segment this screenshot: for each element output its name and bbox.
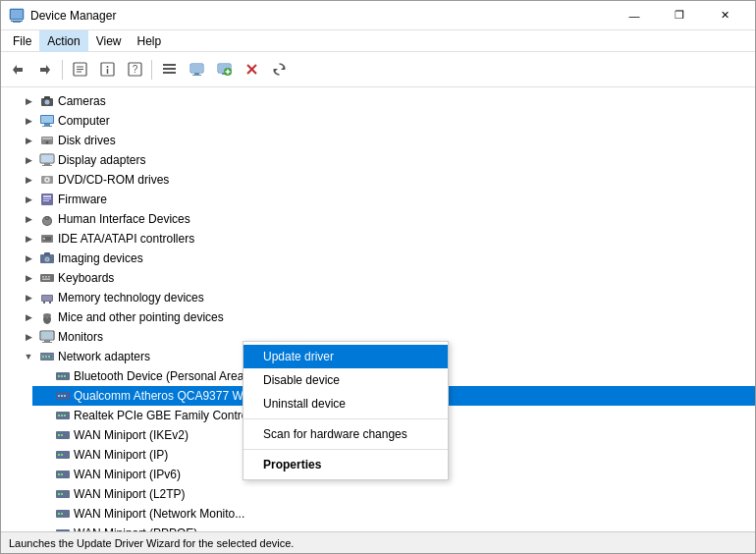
svg-rect-20 [194, 73, 199, 75]
svg-rect-44 [44, 163, 50, 165]
menu-view[interactable]: View [88, 30, 130, 52]
properties-toolbar-button[interactable] [67, 57, 92, 83]
svg-rect-21 [192, 75, 201, 76]
view-toolbar-button[interactable] [156, 57, 182, 83]
svg-rect-65 [42, 276, 44, 278]
tree-item-wan-network[interactable]: WAN Miniport (Network Monito... [32, 504, 755, 524]
icon-cameras [39, 93, 55, 109]
ctx-disable-device[interactable]: Disable device [243, 368, 448, 392]
label-qualcomm: Qualcomm Atheros QCA9377 Wi... [74, 389, 255, 403]
minimize-button[interactable]: — [612, 1, 657, 30]
tree-item-ide[interactable]: ▶ IDE ATA/ATAPI controllers [17, 229, 755, 249]
help-toolbar-button[interactable]: ? [122, 57, 147, 83]
label-computer: Computer [58, 114, 110, 128]
tree-item-dvd[interactable]: ▶ DVD/CD-ROM drives [17, 170, 755, 190]
tree-item-wan-l2tp[interactable]: WAN Miniport (L2TP) [32, 484, 755, 504]
ctx-uninstall-device[interactable]: Uninstall device [243, 392, 448, 416]
icon-wan-ip [55, 447, 71, 463]
back-button[interactable] [5, 57, 30, 83]
tree-item-mice[interactable]: ▶ Mice and other pointing devices [17, 307, 755, 327]
toggle-network[interactable]: ▼ [21, 349, 36, 364]
icon-computer [39, 113, 55, 129]
svg-point-99 [61, 434, 63, 436]
tree-item-hid[interactable]: ▶ Human Interface Devices [17, 209, 755, 229]
svg-rect-52 [43, 200, 49, 201]
svg-rect-34 [44, 96, 50, 99]
ctx-separator-2 [243, 449, 448, 450]
context-menu: Update driver Disable device Uninstall d… [243, 341, 449, 480]
svg-point-98 [58, 434, 60, 436]
computer-toolbar-button[interactable] [184, 57, 209, 83]
label-wan-ikev2: WAN Miniport (IKEv2) [74, 428, 189, 442]
menu-file[interactable]: File [5, 30, 39, 52]
refresh-toolbar-button[interactable] [266, 57, 292, 83]
tree-item-keyboards[interactable]: ▶ Keyboards [17, 268, 755, 288]
window-title: Device Manager [30, 9, 612, 23]
svg-rect-16 [163, 68, 176, 70]
toggle-firmware[interactable]: ▶ [21, 192, 36, 207]
svg-rect-66 [45, 276, 47, 278]
label-ide: IDE ATA/ATAPI controllers [58, 232, 194, 246]
ctx-update-driver[interactable]: Update driver [243, 345, 448, 368]
toggle-cameras[interactable]: ▶ [21, 93, 36, 109]
close-button[interactable]: ✕ [702, 1, 747, 30]
svg-point-33 [45, 100, 50, 105]
toggle-ide[interactable]: ▶ [21, 231, 36, 247]
toolbar-sep-1 [62, 60, 63, 80]
label-disk: Disk drives [58, 134, 116, 147]
svg-point-11 [106, 66, 108, 68]
toggle-dvd[interactable]: ▶ [21, 172, 36, 188]
toggle-hid[interactable]: ▶ [21, 211, 36, 227]
icon-memory [39, 290, 55, 305]
toggle-realtek [36, 408, 52, 423]
tree-item-display[interactable]: ▶ Display adapters [17, 150, 755, 170]
ctx-scan-hardware[interactable]: Scan for hardware changes [243, 422, 448, 446]
icon-monitors [39, 329, 55, 345]
toggle-imaging[interactable]: ▶ [21, 250, 36, 266]
window-icon [9, 8, 25, 24]
svg-rect-40 [42, 138, 52, 139]
svg-point-87 [61, 375, 63, 377]
details-toolbar-button[interactable] [94, 57, 120, 83]
svg-rect-79 [42, 342, 52, 343]
tree-item-imaging[interactable]: ▶ Imaging devices [17, 249, 755, 268]
tree-item-disk[interactable]: ▶ Disk drives [17, 131, 755, 150]
toggle-memory[interactable]: ▶ [21, 290, 36, 305]
tree-item-cameras[interactable]: ▶ Cameras [17, 91, 755, 111]
toggle-keyboards[interactable]: ▶ [21, 270, 36, 286]
svg-rect-68 [42, 279, 50, 281]
add-toolbar-button[interactable] [211, 57, 237, 83]
ctx-properties[interactable]: Properties [243, 453, 448, 476]
menu-action[interactable]: Action [39, 30, 87, 52]
label-memory: Memory technology devices [58, 291, 204, 305]
icon-ide [39, 231, 55, 247]
toggle-disk[interactable]: ▶ [21, 133, 36, 148]
label-network: Network adapters [58, 350, 150, 363]
icon-imaging [39, 250, 55, 266]
toggle-monitors[interactable]: ▶ [21, 329, 36, 345]
toggle-mice[interactable]: ▶ [21, 309, 36, 325]
svg-rect-43 [41, 155, 53, 162]
svg-point-105 [61, 473, 63, 475]
tree-item-wan-pppoe[interactable]: WAN Miniport (PPPOE) [32, 524, 755, 531]
toggle-computer[interactable]: ▶ [21, 113, 36, 129]
svg-point-90 [58, 395, 60, 397]
label-imaging: Imaging devices [58, 251, 143, 265]
svg-point-92 [64, 395, 66, 397]
svg-text:?: ? [132, 64, 137, 75]
svg-point-108 [61, 493, 63, 495]
svg-rect-77 [41, 332, 53, 339]
label-monitors: Monitors [58, 330, 103, 344]
remove-toolbar-button[interactable] [239, 57, 264, 83]
menu-help[interactable]: Help [130, 30, 170, 52]
tree-item-firmware[interactable]: ▶ Firmware [17, 190, 755, 209]
forward-button[interactable] [32, 57, 58, 83]
tree-item-computer[interactable]: ▶ Computer [17, 111, 755, 131]
label-dvd: DVD/CD-ROM drives [58, 173, 169, 187]
svg-marker-4 [13, 65, 23, 75]
toggle-display[interactable]: ▶ [21, 152, 36, 168]
tree-item-memory[interactable]: ▶ Memory technology devices [17, 288, 755, 307]
svg-point-96 [64, 415, 66, 416]
restore-button[interactable]: ❐ [657, 1, 702, 30]
label-wan-ipv6: WAN Miniport (IPv6) [74, 468, 181, 481]
